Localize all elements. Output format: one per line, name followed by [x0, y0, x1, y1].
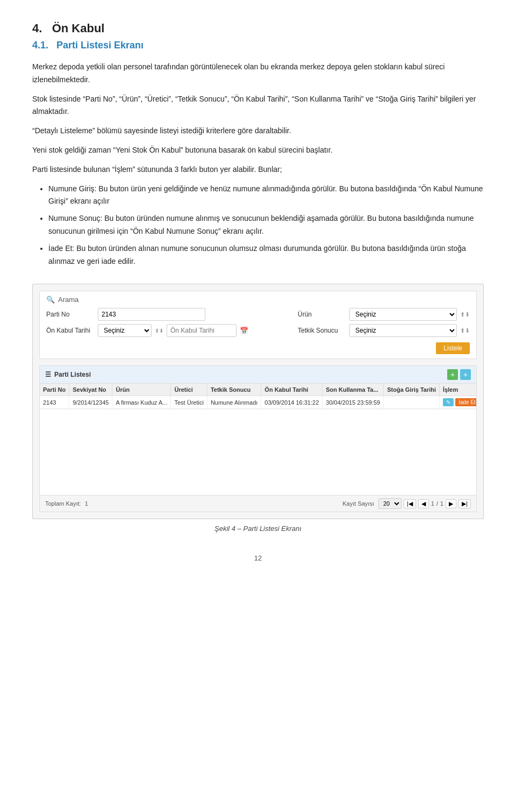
tetkik-sonucu-label: Tetkik Sonucu: [298, 327, 346, 334]
current-page: 1: [431, 500, 434, 507]
search-panel-header: 🔍 Arama: [46, 296, 470, 304]
col-tetkik-sonucu: Tetkik Sonucu: [207, 384, 261, 396]
on-kabul-tarihi-label: Ön Kabul Tarihi: [46, 327, 95, 334]
subsection-number: 4.1.: [32, 40, 48, 51]
col-uretici: Üretici: [171, 384, 207, 396]
first-page-button[interactable]: |◀: [404, 499, 416, 508]
screenshot-wrapper: 🔍 Arama Parti No Ürün Seçiniz ⬆⬇ Ön Kabu…: [32, 284, 484, 519]
on-kabul-tarihi-group: Ön Kabul Tarihi Seçiniz ⬆⬇ 📅: [46, 324, 248, 337]
urun-group: Ürün Seçiniz ⬆⬇: [298, 308, 470, 321]
parti-no-input[interactable]: [98, 308, 205, 321]
bullet-item-3: İade Et: Bu buton üründen alınan numune …: [48, 242, 484, 268]
on-kabul-tarihi-input[interactable]: [167, 324, 236, 337]
col-parti-no: Parti No: [40, 384, 69, 396]
paragraph-5: Parti listesinde bulunan “İşlem” sütunun…: [32, 163, 484, 176]
cell-on-kabul-tarihi: 03/09/2014 16:31:22: [261, 396, 322, 409]
section-heading: 4. Ön Kabul: [32, 21, 484, 35]
col-son-kullanma: Son Kullanma Ta...: [322, 384, 384, 396]
table-title-text: Parti Listesi: [54, 371, 91, 378]
search-icon: 🔍: [46, 296, 55, 304]
on-kabul-tarihi-arrow: ⬆⬇: [155, 328, 163, 334]
cell-parti-no: 2143: [40, 396, 69, 409]
col-stoga-giris: Stoğa Giriş Tarihi: [384, 384, 440, 396]
urun-select[interactable]: Seçiniz: [349, 308, 457, 321]
listele-button[interactable]: Listele: [436, 342, 470, 354]
page-separator: /: [436, 500, 438, 507]
empty-table-space: [40, 409, 476, 495]
paragraph-2: Stok listesinde “Parti No”, “Ürün”, “Üre…: [32, 93, 484, 119]
next-page-button[interactable]: ▶: [446, 499, 456, 508]
tetkik-sonucu-select[interactable]: Seçiniz: [349, 324, 457, 337]
table-row: 2143 9/2014/12345 A firması Kuduz A... T…: [40, 396, 477, 409]
prev-page-button[interactable]: ◀: [418, 499, 429, 508]
col-urun: Ürün: [112, 384, 171, 396]
add-button[interactable]: +: [447, 369, 458, 380]
urun-label: Ürün: [298, 311, 346, 318]
table-title: ☰ Parti Listesi: [45, 371, 91, 378]
cell-tetkik-sonucu: Numune Alınmadı: [207, 396, 261, 409]
paragraph-3: “Detaylı Listeleme” bölümü sayesinde lis…: [32, 125, 484, 138]
cell-uretici: Test Üretici: [171, 396, 207, 409]
parti-no-label: Parti No: [46, 311, 95, 318]
table-header-row: Parti No Sevkiyat No Ürün Üretici Tetkik…: [40, 384, 477, 396]
on-kabul-tarihi-select[interactable]: Seçiniz: [98, 324, 152, 337]
section-title-text: Ön Kabul: [52, 21, 105, 35]
section-number: 4.: [32, 21, 42, 35]
urun-select-arrow: ⬆⬇: [460, 311, 470, 318]
search-form-row-1: Parti No Ürün Seçiniz ⬆⬇: [46, 308, 470, 321]
cell-islem: ✎ İade Et: [440, 396, 477, 409]
table-icon: ☰: [45, 371, 51, 378]
refresh-button[interactable]: +: [460, 369, 471, 380]
total-records: Toplam Kayıt: 1: [45, 500, 88, 507]
search-panel-label: Arama: [58, 296, 78, 304]
search-form-row-2: Ön Kabul Tarihi Seçiniz ⬆⬇ 📅 Tetkik Sonu…: [46, 324, 470, 337]
toplam-kayit-label: Toplam Kayıt:: [45, 500, 81, 507]
table-header-actions: + +: [447, 369, 471, 380]
kayit-sayisi-label: Kayıt Sayısı: [342, 500, 374, 507]
table-header-bar: ☰ Parti Listesi + +: [40, 366, 476, 384]
bullet-item-1: Numune Giriş: Bu buton ürün yeni geldiği…: [48, 183, 484, 209]
search-panel: 🔍 Arama Parti No Ürün Seçiniz ⬆⬇ Ön Kabu…: [39, 291, 477, 359]
toplam-kayit-value: 1: [85, 500, 88, 507]
paragraph-4: Yeni stok geldiği zaman “Yeni Stok Ön Ka…: [32, 144, 484, 157]
page-number: 12: [32, 554, 484, 562]
col-sevkiyat-no: Sevkiyat No: [69, 384, 112, 396]
cell-son-kullanma: 30/04/2015 23:59:59: [322, 396, 384, 409]
col-islem: İşlem: [440, 384, 477, 396]
subsection-title-text: Parti Listesi Ekranı: [56, 40, 144, 51]
table-panel: ☰ Parti Listesi + + Parti No Sevkiyat No…: [39, 365, 477, 512]
action-iade-button[interactable]: İade Et: [455, 398, 477, 406]
bullet-list: Numune Giriş: Bu buton ürün yeni geldiği…: [48, 183, 484, 268]
cell-stoga-giris: [384, 396, 440, 409]
cell-sevkiyat-no: 9/2014/12345: [69, 396, 112, 409]
data-table: Parti No Sevkiyat No Ürün Üretici Tetkik…: [40, 384, 477, 409]
tetkik-sonucu-group: Tetkik Sonucu Seçiniz ⬆⬇: [298, 324, 470, 337]
col-on-kabul-tarihi: Ön Kabul Tarihi: [261, 384, 322, 396]
calendar-icon[interactable]: 📅: [240, 327, 248, 335]
table-footer: Toplam Kayıt: 1 Kayıt Sayısı 20 |◀ ◀ 1 /…: [40, 495, 476, 512]
tetkik-select-arrow: ⬆⬇: [460, 327, 470, 334]
bullet-item-2: Numune Sonuç: Bu buton üründen numune al…: [48, 212, 484, 238]
figure-caption: Şekil 4 – Parti Listesi Ekranı: [32, 524, 484, 533]
action-edit-button[interactable]: ✎: [443, 398, 454, 406]
kayit-sayisi-select[interactable]: 20: [378, 498, 402, 509]
cell-urun: A firması Kuduz A...: [112, 396, 171, 409]
pagination-controls: Kayıt Sayısı 20 |◀ ◀ 1 / 1 ▶ ▶|: [342, 498, 471, 509]
last-page-button[interactable]: ▶|: [458, 499, 471, 508]
subsection-heading: 4.1. Parti Listesi Ekranı: [32, 40, 484, 51]
paragraph-1: Merkez depoda yetkili olan personel tara…: [32, 61, 484, 87]
listele-btn-row: Listele: [46, 340, 470, 354]
parti-no-group: Parti No: [46, 308, 205, 321]
total-pages: 1: [440, 500, 443, 507]
